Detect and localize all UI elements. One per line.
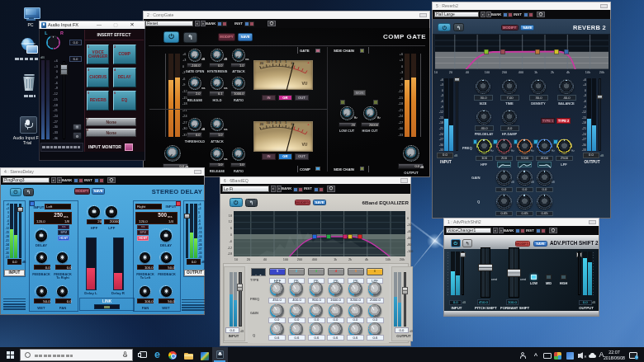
svg-text:1: 1 — [285, 121, 287, 125]
svg-text:10: 10 — [267, 60, 271, 63]
svg-text:7: 7 — [271, 121, 273, 125]
svg-text:3: 3 — [279, 60, 282, 63]
svg-text:7: 7 — [271, 60, 273, 63]
svg-text:5: 5 — [275, 121, 277, 125]
svg-text:3: 3 — [279, 121, 282, 125]
svg-text:20: 20 — [259, 122, 263, 126]
svg-text:5: 5 — [275, 60, 277, 63]
svg-text:20: 20 — [259, 60, 263, 64]
svg-text:1: 1 — [285, 60, 287, 63]
svg-text:10: 10 — [267, 121, 271, 125]
